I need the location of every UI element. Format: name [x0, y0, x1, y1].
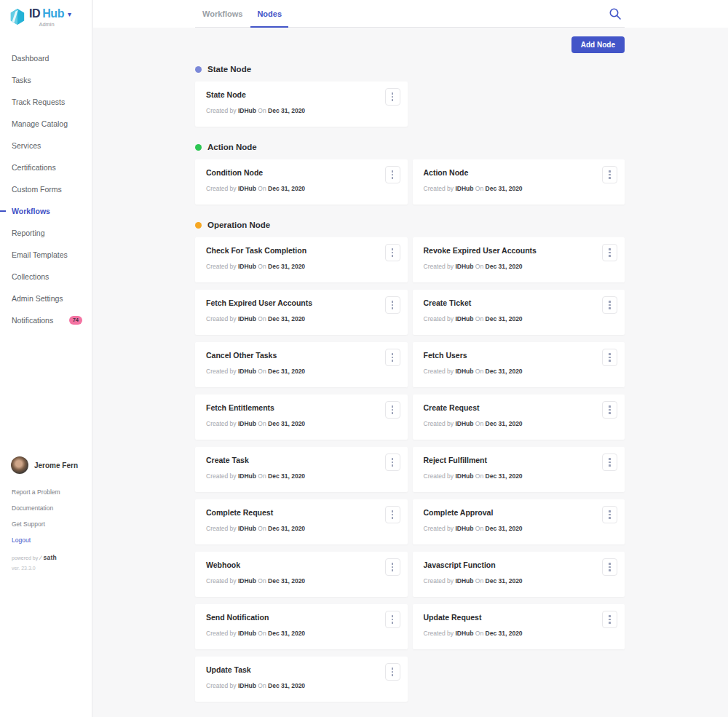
node-card-title: State Node [206, 90, 397, 99]
kebab-menu-icon[interactable] [385, 88, 400, 106]
on-label: On [256, 107, 268, 114]
node-card-meta: Created by IDHub On Dec 31, 2020 [206, 577, 397, 585]
brand-logo: IDHub Admin ▾ [0, 0, 92, 28]
author-name: IDHub [238, 368, 256, 375]
node-card-title: Revoke Expired User Accounts [424, 246, 614, 255]
content-area: Add Node State Node State Node Created b… [93, 28, 728, 717]
node-card: Create Task Created by IDHub On Dec 31, … [195, 447, 408, 492]
on-label: On [473, 472, 485, 480]
kebab-menu-icon[interactable] [602, 244, 617, 261]
node-card-meta: Created by IDHub On Dec 31, 2020 [206, 185, 397, 192]
created-date: Dec 31, 2020 [486, 577, 523, 585]
sidebar-link-logout[interactable]: Logout [0, 532, 92, 548]
kebab-menu-icon[interactable] [385, 453, 400, 471]
kebab-menu-icon[interactable] [602, 558, 617, 576]
sidebar-item-services[interactable]: Services [0, 135, 92, 157]
sidebar-item-label: Reporting [12, 229, 45, 237]
created-by-label: Created by [206, 185, 238, 192]
node-card-meta: Created by IDHub On Dec 31, 2020 [206, 107, 397, 114]
author-name: IDHub [238, 682, 256, 689]
sidebar-link-documentation[interactable]: Documentation [0, 500, 92, 516]
sidebar-item-manage-catalog[interactable]: Manage Catalog [0, 113, 92, 135]
node-card: Complete Request Created by IDHub On Dec… [195, 499, 408, 544]
sidebar: IDHub Admin ▾ DashboardTasksTrack Reques… [0, 0, 92, 717]
sidebar-item-custom-forms[interactable]: Custom Forms [0, 178, 92, 200]
node-card-meta: Created by IDHub On Dec 31, 2020 [206, 682, 397, 689]
card-grid: Condition Node Created by IDHub On Dec 3… [195, 159, 625, 205]
kebab-menu-icon[interactable] [385, 611, 400, 628]
section-state-node: State Node State Node Created by IDHub O… [195, 65, 625, 127]
node-card: Complete Approval Created by IDHub On De… [413, 499, 625, 544]
sidebar-item-certifications[interactable]: Certifications [0, 157, 92, 178]
node-card-meta: Created by IDHub On Dec 31, 2020 [424, 263, 614, 270]
created-by-label: Created by [424, 263, 456, 270]
avatar[interactable] [11, 456, 28, 474]
author-name: IDHub [455, 472, 473, 480]
created-date: Dec 31, 2020 [486, 263, 523, 270]
author-name: IDHub [455, 420, 473, 427]
kebab-menu-icon[interactable] [602, 506, 617, 523]
node-card-title: Complete Request [206, 508, 397, 517]
sidebar-item-label: Certifications [12, 163, 56, 172]
created-date: Dec 31, 2020 [268, 368, 305, 375]
kebab-menu-icon[interactable] [385, 296, 400, 314]
kebab-menu-icon[interactable] [385, 166, 400, 183]
sidebar-item-email-templates[interactable]: Email Templates [0, 244, 92, 266]
on-label: On [473, 420, 485, 427]
kebab-menu-icon[interactable] [602, 166, 617, 183]
node-card-title: Update Request [424, 613, 614, 622]
node-card: Create Ticket Created by IDHub On Dec 31… [413, 290, 625, 335]
author-name: IDHub [238, 577, 256, 585]
kebab-menu-icon[interactable] [385, 244, 400, 261]
sidebar-item-workflows[interactable]: Workflows [0, 200, 92, 222]
created-by-label: Created by [206, 472, 238, 480]
sidebar-item-label: Services [12, 141, 41, 150]
search-icon[interactable] [609, 7, 622, 20]
created-date: Dec 31, 2020 [486, 368, 523, 375]
created-date: Dec 31, 2020 [268, 682, 305, 689]
tab-nodes[interactable]: Nodes [250, 0, 289, 27]
chevron-down-icon[interactable]: ▾ [68, 10, 71, 18]
add-node-button[interactable]: Add Node [571, 36, 625, 53]
kebab-menu-icon[interactable] [385, 663, 400, 681]
sidebar-item-admin-settings[interactable]: Admin Settings [0, 288, 92, 309]
kebab-menu-icon[interactable] [385, 401, 400, 419]
node-card-meta: Created by IDHub On Dec 31, 2020 [424, 315, 614, 322]
author-name: IDHub [238, 525, 256, 532]
node-card-title: Reject Fulfillment [424, 456, 614, 464]
created-by-label: Created by [424, 420, 456, 427]
kebab-menu-icon[interactable] [385, 558, 400, 576]
sidebar-link-report-a-problem[interactable]: Report a Problem [0, 484, 92, 500]
created-date: Dec 31, 2020 [268, 630, 305, 637]
node-card-title: Fetch Expired User Accounts [206, 298, 397, 307]
created-by-label: Created by [206, 577, 238, 585]
sidebar-item-label: Email Templates [12, 250, 68, 259]
created-by-label: Created by [424, 525, 456, 532]
sidebar-item-tasks[interactable]: Tasks [0, 69, 92, 91]
sidebar-item-dashboard[interactable]: Dashboard [0, 47, 92, 69]
created-by-label: Created by [206, 315, 238, 322]
created-date: Dec 31, 2020 [486, 420, 523, 427]
sidebar-item-track-requests[interactable]: Track Requests [0, 91, 92, 113]
on-label: On [473, 577, 485, 585]
on-label: On [256, 577, 268, 585]
tab-workflows[interactable]: Workflows [195, 0, 250, 27]
sidebar-link-get-support[interactable]: Get Support [0, 516, 92, 532]
kebab-menu-icon[interactable] [602, 611, 617, 628]
author-name: IDHub [455, 263, 473, 270]
kebab-menu-icon[interactable] [602, 401, 617, 419]
sidebar-item-collections[interactable]: Collections [0, 266, 92, 288]
node-card-meta: Created by IDHub On Dec 31, 2020 [424, 185, 614, 192]
kebab-menu-icon[interactable] [385, 349, 400, 366]
kebab-menu-icon[interactable] [602, 296, 617, 314]
sidebar-item-reporting[interactable]: Reporting [0, 222, 92, 244]
card-grid: Check For Task Completion Created by IDH… [195, 237, 625, 702]
kebab-menu-icon[interactable] [602, 453, 617, 471]
author-name: IDHub [455, 185, 473, 192]
created-date: Dec 31, 2020 [486, 185, 523, 192]
kebab-menu-icon[interactable] [385, 506, 400, 523]
kebab-menu-icon[interactable] [602, 349, 617, 366]
node-card: Reject Fulfillment Created by IDHub On D… [413, 447, 625, 492]
user-profile[interactable]: Jerome Fern [0, 456, 92, 474]
sidebar-item-notifications[interactable]: Notifications74 [0, 309, 92, 331]
